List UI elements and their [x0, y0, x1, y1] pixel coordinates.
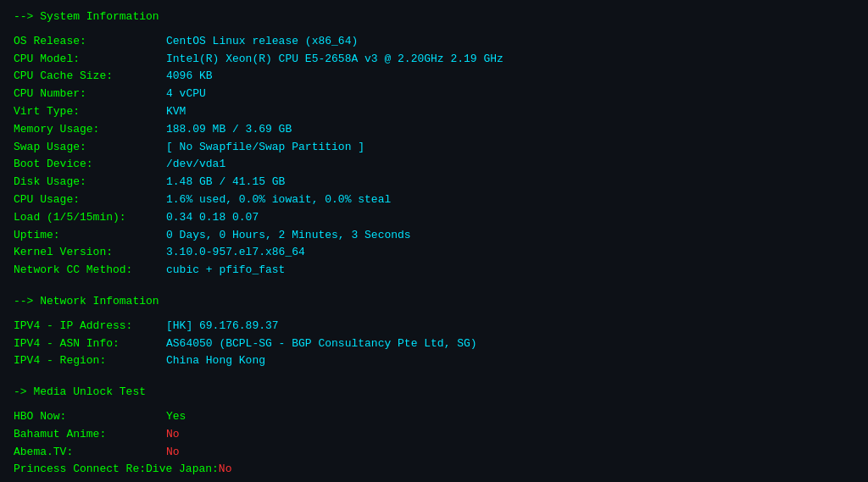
field-value: 0 Days, 0 Hours, 2 Minutes, 3 Seconds [166, 227, 411, 245]
info-row: CPU Usage:1.6% used, 0.0% iowait, 0.0% s… [14, 191, 854, 209]
system-section: --> System Information OS Release:CentOS… [14, 8, 854, 280]
info-row: Kernel Version:3.10.0-957.el7.x86_64 [14, 244, 854, 262]
info-row: Virt Type:KVM [14, 103, 854, 121]
field-label: IPV4 - IP Address: [14, 318, 166, 335]
info-row: Disk Usage:1.48 GB / 41.15 GB [14, 174, 854, 191]
field-value: 4 vCPU [166, 86, 206, 103]
field-label: Disk Usage: [14, 174, 166, 191]
field-value: Yes [166, 408, 186, 426]
field-label: Memory Usage: [14, 121, 166, 139]
field-label: HBO Now: [14, 408, 166, 426]
info-row: CPU Model:Intel(R) Xeon(R) CPU E5-2658A … [14, 51, 854, 69]
info-row: Princess Connect Re:Dive Japan:No [14, 461, 854, 479]
info-row: CPU Number:4 vCPU [14, 86, 854, 103]
info-row: IPV4 - IP Address:[HK] 69.176.89.37 [14, 318, 854, 335]
field-label: OS Release: [14, 33, 166, 51]
field-label: BBC: [14, 479, 166, 482]
network-info-block: IPV4 - IP Address:[HK] 69.176.89.37IPV4 … [14, 318, 854, 370]
field-value: 1.6% used, 0.0% iowait, 0.0% steal [166, 191, 391, 209]
field-value: China Hong Kong [166, 352, 265, 370]
field-value: 0.34 0.18 0.07 [166, 209, 259, 227]
field-value: No [166, 479, 180, 482]
info-row: Bahamut Anime:No [14, 426, 854, 444]
field-value: AS64050 (BCPL-SG - BGP Consultancy Pte L… [166, 335, 477, 353]
info-row: Abema.TV:No [14, 444, 854, 462]
info-row: Swap Usage:[ No Swapfile/Swap Partition … [14, 139, 854, 157]
info-row: HBO Now:Yes [14, 408, 854, 426]
info-row: IPV4 - Region:China Hong Kong [14, 352, 854, 370]
info-row: Load (1/5/15min):0.34 0.18 0.07 [14, 209, 854, 227]
info-row: Boot Device:/dev/vda1 [14, 156, 854, 174]
field-label: Abema.TV: [14, 444, 166, 462]
field-label: IPV4 - Region: [14, 352, 166, 370]
field-label: Princess Connect Re:Dive Japan: [14, 461, 219, 479]
field-label: Boot Device: [14, 156, 166, 174]
media-header: -> Media Unlock Test [14, 384, 854, 402]
info-row: Memory Usage:188.09 MB / 3.69 GB [14, 121, 854, 139]
field-label: Network CC Method: [14, 262, 166, 280]
info-row: IPV4 - ASN Info:AS64050 (BCPL-SG - BGP C… [14, 335, 854, 353]
network-section: --> Network Infomation IPV4 - IP Address… [14, 293, 854, 370]
field-label: IPV4 - ASN Info: [14, 335, 166, 353]
field-value: 3.10.0-957.el7.x86_64 [166, 244, 305, 262]
field-value: 4096 KB [166, 68, 213, 86]
field-label: Kernel Version: [14, 244, 166, 262]
media-section: -> Media Unlock Test HBO Now:YesBahamut … [14, 384, 854, 482]
field-value: 188.09 MB / 3.69 GB [166, 121, 292, 139]
info-row: OS Release:CentOS Linux release (x86_64) [14, 33, 854, 51]
field-value: CentOS Linux release (x86_64) [166, 33, 358, 51]
field-label: Swap Usage: [14, 139, 166, 157]
system-info-block: OS Release:CentOS Linux release (x86_64)… [14, 33, 854, 280]
system-header: --> System Information [14, 8, 854, 26]
field-label: CPU Model: [14, 51, 166, 69]
field-label: Load (1/5/15min): [14, 209, 166, 227]
field-value: cubic + pfifo_fast [166, 262, 285, 280]
field-label: Virt Type: [14, 103, 166, 121]
field-value: KVM [166, 103, 186, 121]
field-value: 1.48 GB / 41.15 GB [166, 174, 285, 191]
field-value: No [166, 444, 180, 462]
info-row: Network CC Method:cubic + pfifo_fast [14, 262, 854, 280]
field-value: /dev/vda1 [166, 156, 225, 174]
field-label: CPU Cache Size: [14, 68, 166, 86]
info-row: BBC:No [14, 479, 854, 482]
info-row: CPU Cache Size:4096 KB [14, 68, 854, 86]
media-info-block: HBO Now:YesBahamut Anime:NoAbema.TV:NoPr… [14, 408, 854, 482]
field-value: [ No Swapfile/Swap Partition ] [166, 139, 364, 157]
field-value: [HK] 69.176.89.37 [166, 318, 279, 335]
field-value: No [219, 461, 232, 479]
field-value: Intel(R) Xeon(R) CPU E5-2658A v3 @ 2.20G… [166, 51, 504, 69]
field-label: CPU Usage: [14, 191, 166, 209]
network-header: --> Network Infomation [14, 293, 854, 311]
field-label: Bahamut Anime: [14, 426, 166, 444]
info-row: Uptime:0 Days, 0 Hours, 2 Minutes, 3 Sec… [14, 227, 854, 245]
field-value: No [166, 426, 180, 444]
field-label: CPU Number: [14, 86, 166, 103]
field-label: Uptime: [14, 227, 166, 245]
